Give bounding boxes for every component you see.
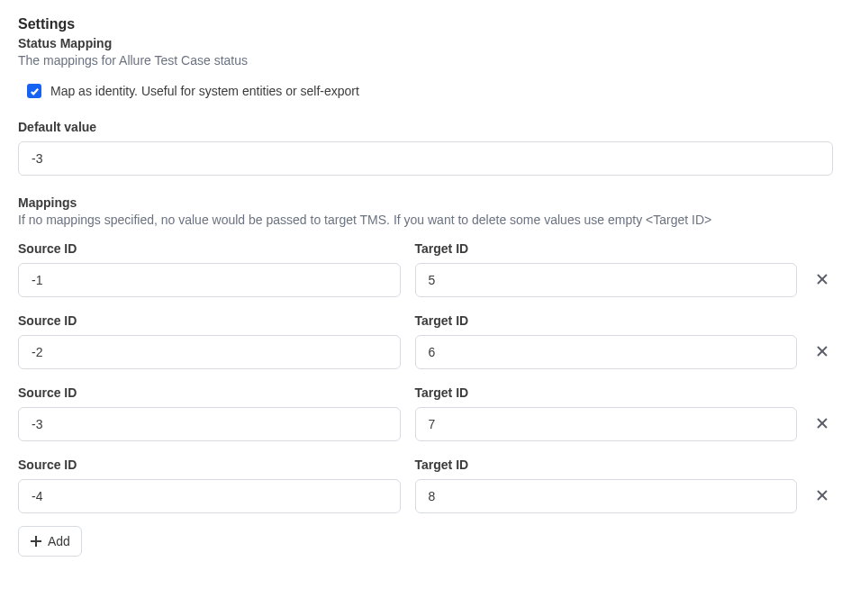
source-id-label: Source ID <box>18 241 401 256</box>
plus-icon <box>30 535 42 548</box>
identity-checkbox-label: Map as identity. Useful for system entit… <box>50 84 359 98</box>
add-button-label: Add <box>48 534 70 548</box>
mapping-row: Source IDTarget ID <box>18 241 833 297</box>
target-id-label: Target ID <box>415 313 798 328</box>
source-id-label: Source ID <box>18 457 401 472</box>
mapping-row: Source IDTarget ID <box>18 457 833 513</box>
target-id-label: Target ID <box>415 457 798 472</box>
mappings-title: Mappings <box>18 195 833 210</box>
remove-row-button[interactable] <box>811 477 833 513</box>
section-title: Status Mapping <box>18 36 833 50</box>
target-id-input[interactable] <box>415 407 798 441</box>
source-id-input[interactable] <box>18 263 401 297</box>
add-button[interactable]: Add <box>18 526 82 557</box>
target-id-input[interactable] <box>415 263 798 297</box>
target-id-input[interactable] <box>415 479 798 513</box>
target-id-label: Target ID <box>415 241 798 256</box>
close-icon <box>815 344 829 358</box>
remove-row-button[interactable] <box>811 333 833 369</box>
mapping-row: Source IDTarget ID <box>18 385 833 441</box>
source-id-input[interactable] <box>18 407 401 441</box>
source-id-input[interactable] <box>18 335 401 369</box>
source-id-label: Source ID <box>18 313 401 328</box>
close-icon <box>815 488 829 503</box>
source-id-input[interactable] <box>18 479 401 513</box>
default-value-label: Default value <box>18 120 833 134</box>
check-icon <box>30 86 40 96</box>
section-description: The mappings for Allure Test Case status <box>18 53 833 68</box>
remove-row-button[interactable] <box>811 261 833 297</box>
page-title: Settings <box>18 16 833 32</box>
mapping-row: Source IDTarget ID <box>18 313 833 369</box>
mappings-description: If no mappings specified, no value would… <box>18 213 833 227</box>
target-id-label: Target ID <box>415 385 798 400</box>
source-id-label: Source ID <box>18 385 401 400</box>
default-value-input[interactable] <box>18 141 833 176</box>
remove-row-button[interactable] <box>811 405 833 441</box>
target-id-input[interactable] <box>415 335 798 369</box>
close-icon <box>815 272 829 286</box>
close-icon <box>815 416 829 430</box>
identity-checkbox[interactable] <box>27 84 41 98</box>
